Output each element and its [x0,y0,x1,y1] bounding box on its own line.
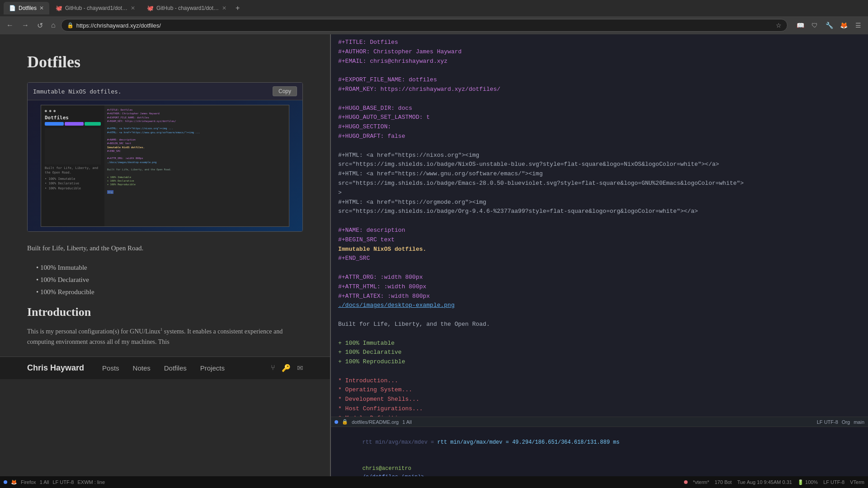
bookmark-icon[interactable]: ☆ [776,22,782,29]
editor-line-empty5 [338,263,861,273]
tab-github2[interactable]: 🐙 GitHub - chayward1/dotfi... ✕ [142,2,232,14]
editor-line-6: #+HUGO_BASE_DIR: docs [338,104,861,113]
mini-page-title: Dotfiles [45,115,101,121]
tab-close3[interactable]: ✕ [222,5,226,11]
bullet-item-3: 100% Reproducible [36,286,303,298]
system-vterm-label: *vterm* [693,479,709,485]
editor-line-empty2 [338,94,861,104]
editor-line-11: src="https://img.shields.io/badge/NixOS-… [338,160,861,169]
keybase-icon[interactable]: 🔑 [282,364,291,372]
system-count: 1 All [40,479,49,485]
reader-mode-button[interactable]: 📖 [794,19,807,32]
email-icon[interactable]: ✉ [297,364,303,372]
menu-button[interactable]: ☰ [852,19,864,32]
mini-img-area [45,128,101,164]
system-utf8: LF UTF-8 [823,479,844,485]
extension3-button[interactable]: 🦊 [837,19,850,32]
intro-title: Introduction [27,305,303,319]
mini-intro-text: Built for Life, Liberty, and the Open Ro… [45,166,101,175]
tab-close2[interactable]: ✕ [131,5,135,11]
mini-badge-emacs [65,122,84,126]
copy-button[interactable]: Copy [273,86,297,96]
bullet-item-2: 100% Declarative [36,274,303,286]
mini-code-line2: #+AUTHOR: Christopher James Hayward [107,112,286,115]
editor-line-star1: * Introduction... [338,376,861,386]
mini-code-empty [107,123,286,127]
nav-dotfiles[interactable]: Dotfiles [164,364,187,372]
system-datetime: Tue Aug 10 9:45AM 0.31 [737,479,792,485]
editor-line-22: #+ATTR_LATEX: :width 800px [338,292,861,301]
address-bar[interactable]: 🔒 https://chrishayward.xyz/dotfiles/ ☆ [61,19,788,32]
editor-line-empty6 [338,310,861,320]
editor-line-15: #+HTML: <a href="https://orgmode.org"><i… [338,198,861,207]
site-nav-icons: ⑂ 🔑 ✉ [271,364,303,372]
body-text: Built for Life, Liberty, and the Open Ro… [27,243,303,254]
mini-code-empty3 [107,153,286,156]
browser-content: Dotfiles Immutable NixOS dotfiles. Copy … [0,34,330,476]
system-bot-count: 170 Bot [715,479,732,485]
system-dot-1 [4,480,7,484]
refresh-button[interactable]: ↺ [34,19,46,32]
editor-line-star3: * Development Shells... [338,395,861,404]
mini-code-line6: #+HTML: <a href="https://www.gnu.org/sof… [107,131,286,134]
tab-close[interactable]: ✕ [39,5,44,11]
editor-line-4: #+EXPORT_FILE_NAME: dotfiles [338,75,861,85]
extension2-button[interactable]: 🔧 [823,19,835,32]
terminal-prompt: chris@acernitro [363,465,411,472]
mini-code-bold: Immutable NixOS dotfiles. [107,145,286,149]
editor-line-empty1 [338,66,861,75]
editor-line-19: #+END_SRC [338,254,861,263]
mini-code-line1: #+TITLE: Dotfiles [107,108,286,112]
system-dot-2 [684,480,688,484]
extension1-button[interactable]: 🛡 [808,19,821,32]
editor-line-16: src="https://img.shields.io/badge/Org-9.… [338,207,861,216]
status-filename: dotfiles/README.org [352,419,399,425]
new-tab-button[interactable]: + [233,4,242,12]
terminal-line2: chris@acernitro /e/dotfiles (main)> nix-… [336,456,863,476]
mini-code-line9: #+END_SRC [107,149,286,153]
editor-line-7: #+HUGO_AUTO_SET_LASTMOD: t [338,113,861,122]
back-button[interactable]: ← [4,19,16,31]
mini-screenshot: ● ● ● Dotfiles Built for Life, Liberty, … [41,105,289,227]
editor-content: #+TITLE: Dotfiles #+AUTHOR: Christopher … [331,34,868,417]
intro-paragraph: This is my personal configuration(s) for… [27,326,303,348]
tab-dotfiles[interactable]: 📄 Dotfiles ✕ [4,2,49,14]
site-name: Chris Hayward [27,363,84,373]
mini-code-line10: #+ATTR_ORG: :width 800px [107,156,286,160]
status-count: 1 All [402,419,412,425]
forward-button[interactable]: → [19,19,32,31]
editor-line-17: #+NAME: description [338,226,861,235]
editor-line-2: #+AUTHOR: Christopher James Hayward [338,47,861,57]
screenshot-box: Immutable NixOS dotfiles. Copy ● ● ● Dot… [27,82,303,232]
site-nav: Posts Notes Dotfiles Projects [102,364,225,372]
editor-line-empty8 [338,367,861,376]
editor-line-12: #+HTML: <a href="https://www.gnu.org/sof… [338,169,861,179]
tab-favicon: 📄 [9,5,16,11]
nav-icons: 📖 🛡 🔧 🦊 ☰ [794,19,864,32]
editor-line-1: #+TITLE: Dotfiles [338,38,861,47]
github-icon[interactable]: ⑂ [271,364,275,372]
nav-bar: ← → ↺ ⌂ 🔒 https://chrishayward.xyz/dotfi… [0,16,868,34]
system-encoding-left: LF UTF-8 [52,479,74,485]
screenshot-header: Immutable NixOS dotfiles. Copy [28,83,302,100]
mini-badge-nixos [45,122,64,126]
lock-icon: 🔒 [67,22,74,28]
system-bar-left: 🦊 Firefox 1 All LF UTF-8 EXWM : line [4,479,105,485]
nav-projects[interactable]: Projects [200,364,225,372]
mini-code-plus1: + 100% Immutable [107,175,286,179]
tab-favicon3: 🐙 [147,5,154,11]
home-button[interactable]: ⌂ [48,19,58,31]
right-panel: #+TITLE: Dotfiles #+AUTHOR: Christopher … [331,34,868,476]
tab-github1[interactable]: 🐙 GitHub - chayward1/dotfi... ✕ [50,2,141,14]
screenshot-caption: Immutable NixOS dotfiles. [33,88,122,95]
editor-line-link[interactable]: ./docs/images/desktop-example.png [338,301,861,310]
editor-line-23: Built for Life, Liberty, and the Open Ro… [338,320,861,329]
mini-code-line7: #+NAME: description [107,138,286,141]
nav-posts[interactable]: Posts [102,364,119,372]
url-display: https://chrishayward.xyz/dotfiles/ [76,22,773,29]
editor-line-star4: * Host Configurations... [338,404,861,414]
system-browser-label: 🦊 [11,479,17,485]
nav-notes[interactable]: Notes [133,364,151,372]
mini-code-empty5 [107,171,286,175]
system-vterm: VTerm [850,479,864,485]
